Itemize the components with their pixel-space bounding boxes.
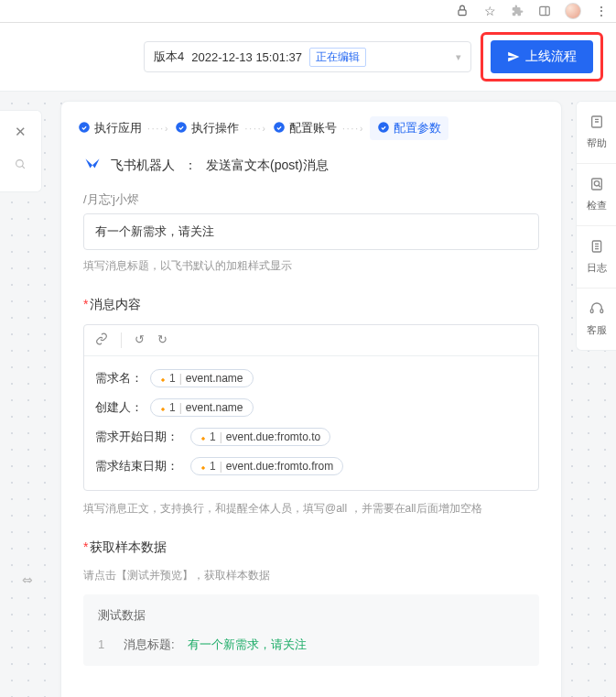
publish-label: 上线流程 [525,49,577,65]
step-label: 执行操作 [191,120,239,136]
svg-point-5 [79,122,90,133]
field-label: 创建人： [95,399,143,416]
menu-icon[interactable]: ⋮ [594,4,609,18]
avatar[interactable] [565,3,581,19]
svg-line-12 [599,185,600,187]
link-icon[interactable] [95,332,108,348]
step-0[interactable]: 执行应用 [78,120,142,136]
row-value: 有一个新需求，请关注 [188,637,307,653]
test-row: 1消息标题:有一个新需求，请关注 [98,637,524,653]
svg-rect-1 [540,6,550,15]
sample-helper: 请点击【测试并预览】，获取样本数据 [83,567,539,584]
version-selector[interactable]: 版本4 2022-12-13 15:01:37 正在编辑 ▾ [144,41,471,72]
variable-token[interactable]: ⬥1|event.due:fromto.from [190,457,343,475]
editor-toolbar: ↺ ↻ [84,325,538,356]
help-icon [589,114,604,133]
check-circle-icon [377,121,390,136]
editor-line: 需求名：⬥1|event.name [95,369,527,387]
message-title-input[interactable]: 有一个新需求，请关注 [83,213,539,250]
svg-rect-17 [590,310,593,313]
row-key: 消息标题: [124,637,175,653]
canvas: ✕ ⇔ 执行应用····›执行操作····›配置账号····›配置参数 飞书机器… [0,92,616,697]
svg-point-11 [594,181,599,186]
content-helper: 填写消息正文，支持换行，和提醒全体人员，填写@all ，并需要在all后面增加空… [83,500,539,517]
title-label-truncated: /月忘'j小烬 [83,191,539,208]
step-arrow-icon: ····› [244,124,266,134]
check-circle-icon [273,121,286,136]
rail-label: 日志 [587,261,607,275]
editing-badge: 正在编辑 [309,48,366,67]
step-2[interactable]: 配置账号 [273,120,337,136]
variable-token[interactable]: ⬥1|event.name [150,369,254,387]
mini-sidebar: ✕ [0,110,42,192]
svg-point-3 [16,160,24,168]
message-title-value: 有一个新需求，请关注 [95,224,214,238]
field-label: 需求结束日期： [95,458,183,474]
right-rail: 帮助检查日志客服 [576,101,616,351]
variable-token[interactable]: ⬥1|event.name [150,398,254,417]
log-icon [589,239,604,257]
content-label: *消息内容 [83,297,539,313]
star-icon[interactable]: ☆ [482,4,497,18]
token-badge-icon: ⬥ [160,374,166,384]
rail-item-help[interactable]: 帮助 [577,102,616,164]
title-helper: 填写消息标题，以飞书默认的加粗样式显示 [83,257,539,275]
step-label: 配置账号 [289,120,337,136]
rail-label: 检查 [587,199,607,212]
check-icon [589,177,604,195]
step-arrow-icon: ····› [342,124,364,134]
redo-icon[interactable]: ↻ [157,332,168,348]
editor-line: 创建人：⬥1|event.name [95,398,527,417]
app-name: 飞书机器人 [111,158,175,174]
undo-icon[interactable]: ↺ [135,332,145,348]
rail-item-service[interactable]: 客服 [577,289,616,350]
panel-body: /月忘'j小烬 有一个新需求，请关注 填写消息标题，以飞书默认的加粗样式显示 *… [61,188,561,697]
panel-icon[interactable] [537,4,552,18]
rail-item-check[interactable]: 检查 [577,164,616,226]
svg-rect-10 [591,179,601,190]
step-label: 执行应用 [94,120,142,136]
publish-button[interactable]: 上线流程 [491,40,593,73]
close-icon[interactable]: ✕ [15,124,27,140]
svg-point-6 [177,122,188,133]
token-badge-icon: ⬥ [160,403,166,413]
token-badge-icon: ⬥ [200,462,206,472]
check-circle-icon [78,121,91,136]
svg-rect-0 [459,10,466,16]
drag-handle-icon[interactable]: ⇔ [22,572,33,587]
rail-label: 帮助 [587,136,607,150]
field-label: 需求名： [95,370,143,387]
rail-label: 客服 [587,323,607,337]
config-panel: 执行应用····›执行操作····›配置账号····›配置参数 飞书机器人 ： … [60,101,562,697]
rail-item-log[interactable]: 日志 [577,226,616,289]
check-circle-icon [175,121,188,136]
variable-token[interactable]: ⬥1|event.due:fromto.to [190,428,330,446]
token-badge-icon: ⬥ [200,432,206,442]
step-label: 配置参数 [394,120,441,136]
app-sep: ： [184,158,197,174]
app-row: 飞书机器人 ： 发送富文本(post)消息 [61,149,561,188]
chevron-down-icon: ▾ [456,51,461,63]
publish-highlight: 上线流程 [481,32,603,82]
field-label: 需求开始日期： [95,429,183,445]
version-timestamp: 2022-12-13 15:01:37 [191,50,302,64]
search-icon[interactable] [15,158,27,173]
editor-line: 需求结束日期：⬥1|event.due:fromto.from [95,457,527,475]
top-toolbar: 版本4 2022-12-13 15:01:37 正在编辑 ▾ 上线流程 [0,23,616,92]
svg-line-4 [22,166,25,169]
sample-label: *获取样本数据 [83,539,539,556]
step-3[interactable]: 配置参数 [370,116,448,140]
share-icon[interactable] [455,4,470,18]
version-prefix: 版本4 [154,49,184,65]
send-icon [507,50,520,63]
test-data-title: 测试数据 [98,607,524,624]
step-nav: 执行应用····›执行操作····›配置账号····›配置参数 [61,102,561,149]
test-data-box: 测试数据 1消息标题:有一个新需求，请关注 [83,594,539,666]
step-1[interactable]: 执行操作 [175,120,239,136]
service-icon [589,301,604,320]
editor-line: 需求开始日期：⬥1|event.due:fromto.to [95,428,527,446]
app-action: 发送富文本(post)消息 [206,158,329,174]
content-editor[interactable]: ↺ ↻ 需求名：⬥1|event.name创建人：⬥1|event.name需求… [83,324,539,491]
extension-icon[interactable] [510,4,524,18]
svg-point-7 [274,122,285,133]
